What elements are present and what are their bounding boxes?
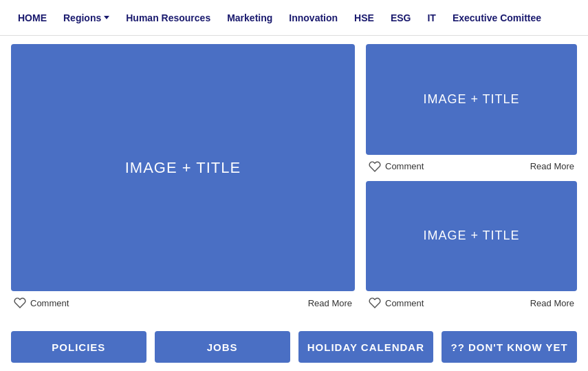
nav-item-esg[interactable]: ESG bbox=[384, 8, 418, 28]
right-column: IMAGE + TITLE Comment Read More IMAGE + … bbox=[366, 44, 577, 315]
bottom-buttons: POLICIES JOBS HOLIDAY CALENDAR ?? Don't … bbox=[0, 323, 588, 371]
nav-item-it[interactable]: IT bbox=[420, 8, 442, 28]
main-content: IMAGE + TITLE Comment Read More IMAGE + … bbox=[0, 36, 588, 323]
heart-icon[interactable] bbox=[369, 297, 381, 309]
left-read-more[interactable]: Read More bbox=[308, 298, 352, 308]
nav-item-executive-comittee[interactable]: Executive Comittee bbox=[446, 8, 548, 28]
right-top-image-box: IMAGE + TITLE bbox=[366, 44, 577, 155]
left-card: IMAGE + TITLE Comment Read More bbox=[11, 44, 355, 315]
holiday-calendar-button[interactable]: HOLIDAY CALENDAR bbox=[298, 331, 434, 363]
left-card-footer: Comment Read More bbox=[11, 291, 355, 315]
nav-items: HOME Regions Human Resources Marketing I… bbox=[11, 8, 548, 28]
nav-item-innovation[interactable]: Innovation bbox=[282, 8, 345, 28]
right-top-read-more[interactable]: Read More bbox=[530, 161, 574, 171]
left-comment-label: Comment bbox=[30, 298, 69, 308]
right-bottom-image-box: IMAGE + TITLE bbox=[366, 181, 577, 292]
left-image-title: IMAGE + TITLE bbox=[125, 159, 241, 177]
policies-button[interactable]: POLICIES bbox=[11, 331, 146, 363]
nav-regions-label: Regions bbox=[63, 12, 101, 23]
right-top-image-title: IMAGE + TITLE bbox=[423, 92, 519, 107]
nav-item-regions[interactable]: Regions bbox=[56, 8, 116, 28]
right-bottom-image-title: IMAGE + TITLE bbox=[423, 229, 519, 243]
unknown-button[interactable]: ?? Don't know yet bbox=[442, 331, 577, 363]
navigation: HOME Regions Human Resources Marketing I… bbox=[0, 0, 588, 36]
right-bottom-card: IMAGE + TITLE Comment Read More bbox=[366, 181, 577, 315]
right-bottom-read-more[interactable]: Read More bbox=[530, 298, 574, 308]
nav-item-home[interactable]: HOME bbox=[11, 8, 54, 28]
chevron-down-icon bbox=[104, 16, 109, 19]
left-comment-section: Comment bbox=[14, 297, 69, 309]
right-bottom-comment-section: Comment bbox=[369, 297, 424, 309]
left-image-box: IMAGE + TITLE bbox=[11, 44, 355, 291]
right-bottom-comment-label: Comment bbox=[385, 298, 424, 308]
heart-icon[interactable] bbox=[14, 297, 26, 309]
right-top-card-footer: Comment Read More bbox=[366, 155, 577, 178]
nav-item-hse[interactable]: HSE bbox=[347, 8, 381, 28]
nav-item-marketing[interactable]: Marketing bbox=[220, 8, 279, 28]
right-top-comment-section: Comment bbox=[369, 160, 424, 173]
right-top-card: IMAGE + TITLE Comment Read More bbox=[366, 44, 577, 178]
jobs-button[interactable]: JOBS bbox=[155, 331, 290, 363]
right-top-comment-label: Comment bbox=[385, 161, 424, 171]
nav-item-human-resources[interactable]: Human Resources bbox=[119, 8, 217, 28]
right-bottom-card-footer: Comment Read More bbox=[366, 291, 577, 315]
heart-icon[interactable] bbox=[369, 160, 381, 173]
